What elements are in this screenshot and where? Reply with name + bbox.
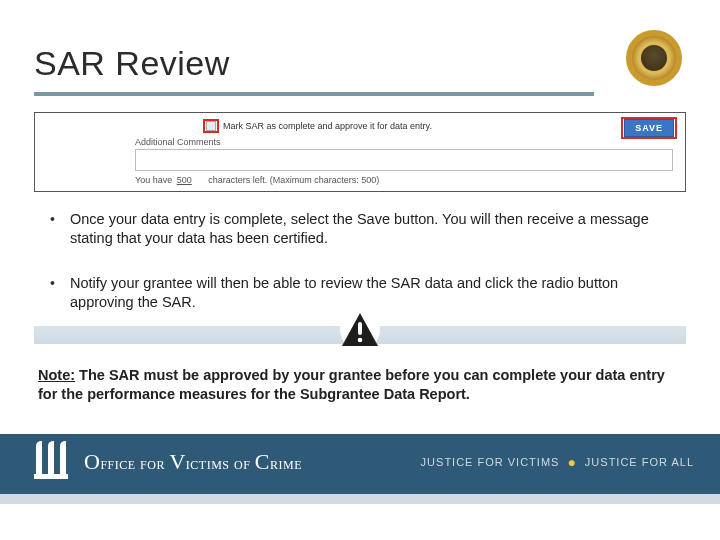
- svg-rect-6: [60, 446, 66, 474]
- approve-checkbox[interactable]: [206, 121, 216, 131]
- additional-comments-label: Additional Comments: [135, 137, 221, 147]
- seal-inner-icon: [639, 43, 669, 73]
- svg-point-2: [358, 338, 363, 343]
- save-highlight: SAVE: [621, 117, 677, 139]
- tagline-1: JUSTICE FOR VICTIMS: [421, 456, 560, 468]
- note-label: Note:: [38, 367, 75, 383]
- approve-row: Mark SAR as complete and approve it for …: [203, 119, 432, 133]
- list-item: Once your data entry is complete, select…: [50, 210, 670, 248]
- svg-rect-3: [358, 322, 362, 335]
- additional-comments-textarea[interactable]: [135, 149, 673, 171]
- tagline-2: JUSTICE FOR ALL: [585, 456, 694, 468]
- checkbox-highlight: [203, 119, 219, 133]
- char-prefix: You have: [135, 175, 172, 185]
- ovc-logo: OFFICE FOR VICTIMS OF CRIME: [34, 440, 302, 484]
- char-counter: You have 500 characters left. (Maximum c…: [135, 175, 379, 185]
- char-suffix: characters left. (Maximum characters: 50…: [208, 175, 379, 185]
- title-underline: [34, 92, 594, 96]
- save-button[interactable]: SAVE: [624, 119, 674, 137]
- ovc-columns-icon: [34, 440, 74, 484]
- ovc-logo-text: OFFICE FOR VICTIMS OF CRIME: [84, 449, 302, 475]
- doj-seal-icon: [626, 30, 682, 86]
- svg-rect-5: [48, 446, 54, 474]
- note-block: Note: The SAR must be approved by your g…: [38, 366, 678, 404]
- approve-checkbox-label: Mark SAR as complete and approve it for …: [223, 121, 432, 131]
- footer: OFFICE FOR VICTIMS OF CRIME JUSTICE FOR …: [0, 434, 720, 494]
- slide: SAR Review Mark SAR as complete and appr…: [0, 0, 720, 540]
- svg-rect-7: [34, 474, 68, 479]
- warning-icon: [338, 308, 382, 352]
- slide-title: SAR Review: [34, 44, 230, 83]
- svg-rect-4: [36, 446, 42, 474]
- footer-bottom-bar: [0, 494, 720, 504]
- form-screenshot: Mark SAR as complete and approve it for …: [34, 112, 686, 192]
- footer-tagline: JUSTICE FOR VICTIMS ● JUSTICE FOR ALL: [421, 456, 694, 468]
- note-body: The SAR must be approved by your grantee…: [38, 367, 665, 402]
- list-item: Notify your grantee will then be able to…: [50, 274, 670, 312]
- char-count: 500: [175, 175, 206, 185]
